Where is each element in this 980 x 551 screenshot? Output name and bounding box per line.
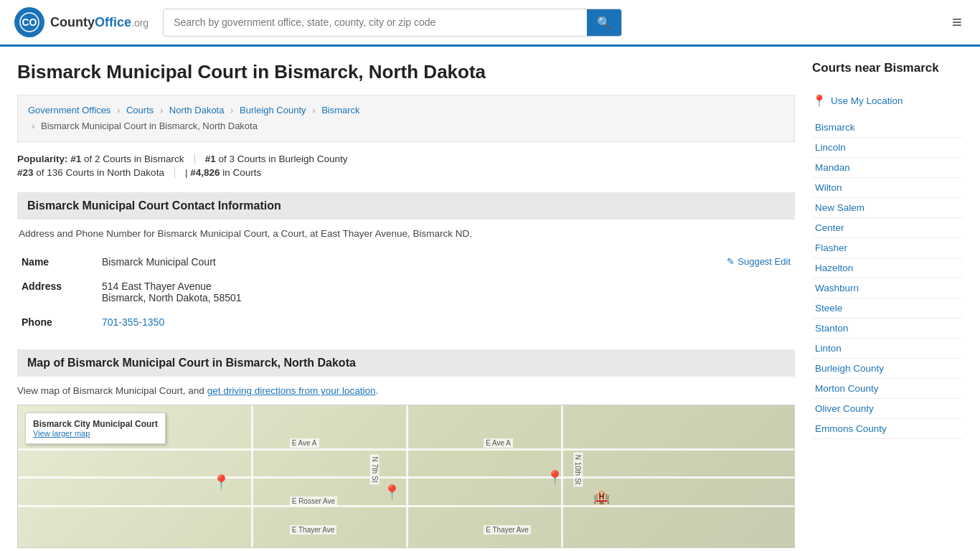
sidebar-list-item: Hazelton	[812, 258, 963, 278]
pop-text-2: of 136 Courts in North Dakota	[36, 167, 164, 178]
pop-text-1: of 3 Courts in Burleigh County	[218, 154, 347, 164]
breadcrumb-sep-2: ›	[160, 105, 163, 116]
sidebar-list-item: New Salem	[812, 198, 963, 218]
search-button[interactable]: 🔍	[587, 9, 621, 36]
address-row: Address 514 East Thayer Avenue Bismarck,…	[19, 275, 793, 309]
popularity-label: Popularity:	[17, 154, 68, 164]
breadcrumb-sep-1: ›	[117, 105, 120, 116]
sidebar-link-washburn[interactable]: Washburn	[812, 278, 963, 298]
map-pin-secondary: 📍	[212, 474, 230, 491]
sidebar-link-steele[interactable]: Steele	[812, 298, 963, 318]
pop-text-3: in Courts	[222, 167, 261, 178]
sidebar-link-emmons-county[interactable]: Emmons County	[812, 419, 963, 438]
sidebar-list-item: Wilton	[812, 178, 963, 198]
address-label: Address	[19, 275, 98, 309]
sidebar-link-oliver-county[interactable]: Oliver County	[812, 399, 963, 418]
sidebar-list-item: Stanton	[812, 319, 963, 339]
content-area: Bismarck Municipal Court in Bismarck, No…	[17, 61, 795, 548]
map-label-title: Bismarck City Municipal Court	[33, 419, 158, 429]
site-header: CO CountyOffice.org 🔍 ≡	[0, 0, 980, 47]
logo-text: CountyOffice.org	[50, 15, 149, 30]
hamburger-menu-icon[interactable]: ≡	[948, 9, 966, 36]
pop-item-1: #1 of 3 Courts in Burleigh County	[205, 154, 358, 164]
popularity-section: Popularity: #1 of 2 Courts in Bismarck #…	[17, 154, 795, 178]
view-larger-map-link[interactable]: View larger map	[33, 429, 158, 438]
breadcrumb-bismarck[interactable]: Bismarck	[321, 105, 359, 116]
map-road-v1	[251, 405, 253, 547]
map-pin-tertiary: 📍	[546, 469, 564, 486]
map-street-label-6: E Thayer Ave	[290, 525, 337, 534]
breadcrumb: Government Offices › Courts › North Dako…	[17, 95, 795, 142]
sidebar-link-wilton[interactable]: Wilton	[812, 178, 963, 197]
map-description: View map of Bismarck Municipal Court, an…	[17, 385, 795, 396]
breadcrumb-arrow: ›	[32, 121, 34, 131]
sidebar-list-item: Mandan	[812, 158, 963, 178]
pop-rank-3: #4,826	[190, 167, 220, 178]
pop-item-2: #23 of 136 Courts in North Dakota	[17, 167, 175, 178]
sidebar-list-item: Oliver County	[812, 399, 963, 419]
sidebar-link-center[interactable]: Center	[812, 218, 963, 237]
sidebar-link-lincoln[interactable]: Lincoln	[812, 138, 963, 157]
contact-description: Address and Phone Number for Bismarck Mu…	[17, 228, 795, 239]
breadcrumb-north-dakota[interactable]: North Dakota	[169, 105, 225, 116]
breadcrumb-sep-4: ›	[312, 105, 315, 116]
breadcrumb-courts[interactable]: Courts	[126, 105, 154, 116]
address-value: 514 East Thayer Avenue Bismarck, North D…	[99, 275, 793, 309]
sidebar-list-item: Center	[812, 218, 963, 238]
sidebar-link-hazelton[interactable]: Hazelton	[812, 258, 963, 278]
sidebar-link-bismarck[interactable]: Bismarck	[812, 118, 963, 137]
sidebar-list-item: Lincoln	[812, 138, 963, 158]
suggest-edit-link[interactable]: ✎ Suggest Edit	[727, 256, 791, 267]
sidebar-list-item: Burleigh County	[812, 359, 963, 379]
contact-section-header: Bismarck Municipal Court Contact Informa…	[17, 192, 795, 220]
sidebar-list-item: Steele	[812, 298, 963, 319]
sidebar-list-item: Linton	[812, 339, 963, 359]
logo-area: CO CountyOffice.org	[14, 7, 149, 37]
phone-value: 701-355-1350	[99, 311, 793, 334]
map-label-box: Bismarck City Municipal Court View large…	[25, 413, 166, 444]
use-my-location-link[interactable]: 📍 Use My Location	[812, 91, 963, 110]
map-pin-quaternary: 🏨	[593, 488, 611, 505]
page-title: Bismarck Municipal Court in Bismarck, No…	[17, 61, 795, 83]
pop-item-0: #1 of 2 Courts in Bismarck	[70, 154, 194, 164]
map-street-label-7: E Thayer Ave	[484, 525, 531, 534]
phone-link[interactable]: 701-355-1350	[102, 316, 164, 328]
search-input[interactable]	[164, 10, 587, 34]
pop-rank-2: #23	[17, 167, 34, 178]
breadcrumb-government-offices[interactable]: Government Offices	[28, 105, 110, 116]
map-street-label-4: N 10th St	[574, 453, 583, 487]
map-street-label-5: E Rosser Ave	[290, 496, 337, 506]
sidebar-link-new-salem[interactable]: New Salem	[812, 198, 963, 217]
suggest-edit-icon: ✎	[727, 256, 735, 267]
breadcrumb-burleigh-county[interactable]: Burleigh County	[240, 105, 306, 116]
sidebar-title: Courts near Bismarck	[812, 61, 963, 81]
sidebar-list-item: Morton County	[812, 379, 963, 399]
use-my-location-label: Use My Location	[831, 95, 903, 106]
sidebar-link-flasher[interactable]: Flasher	[812, 238, 963, 258]
map-placeholder: Bismarck City Municipal Court View large…	[18, 405, 794, 547]
map-container[interactable]: Bismarck City Municipal Court View large…	[17, 405, 795, 548]
sidebar-link-mandan[interactable]: Mandan	[812, 158, 963, 177]
sidebar-link-burleigh-county[interactable]: Burleigh County	[812, 359, 963, 378]
breadcrumb-sep-3: ›	[230, 105, 233, 116]
sidebar-links-list: BismarckLincolnMandanWiltonNew SalemCent…	[812, 118, 963, 439]
map-pin-main: 📍	[383, 484, 401, 501]
directions-link[interactable]: get driving directions from your locatio…	[207, 385, 376, 396]
map-road-v2	[406, 405, 408, 547]
sidebar-list-item: Bismarck	[812, 118, 963, 138]
sidebar-link-morton-county[interactable]: Morton County	[812, 379, 963, 398]
phone-row: Phone 701-355-1350	[19, 311, 793, 334]
name-label: Name	[19, 250, 98, 273]
sidebar-list-item: Flasher	[812, 238, 963, 258]
svg-text:CO: CO	[22, 17, 37, 28]
pop-row-1: Popularity: #1 of 2 Courts in Bismarck #…	[17, 154, 795, 164]
location-pin-icon: 📍	[812, 94, 826, 108]
pop-text-0: of 2 Courts in Bismarck	[84, 154, 184, 164]
map-street-label-3: N 7th St	[370, 455, 380, 485]
sidebar-list-item: Washburn	[812, 278, 963, 298]
sidebar-link-stanton[interactable]: Stanton	[812, 319, 963, 338]
pop-row-2: #23 of 136 Courts in North Dakota | #4,8…	[17, 167, 795, 178]
pop-rank-0: #1	[70, 154, 81, 164]
sidebar-link-linton[interactable]: Linton	[812, 339, 963, 358]
address-line2: Bismarck, North Dakota, 58501	[102, 292, 791, 303]
